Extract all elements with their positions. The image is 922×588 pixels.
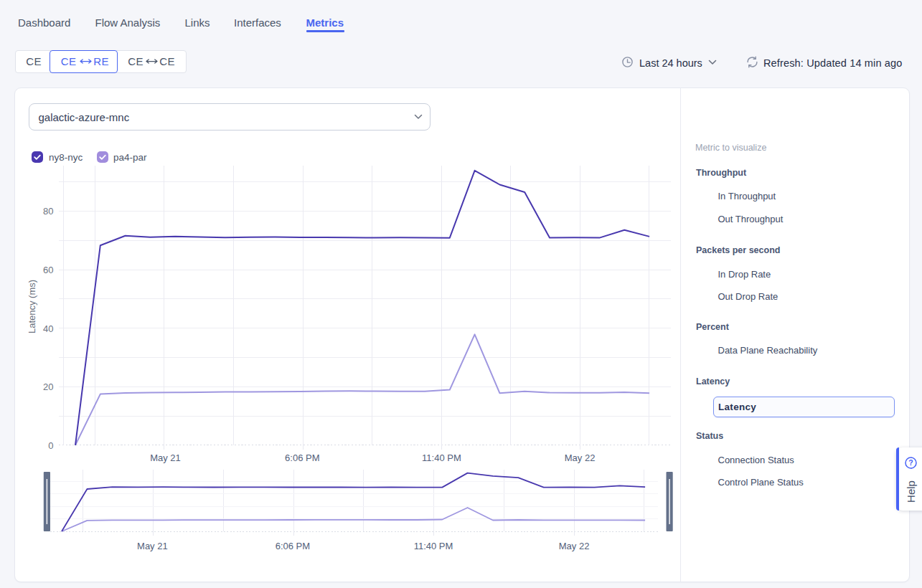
svg-text:?: ? [908,458,913,467]
